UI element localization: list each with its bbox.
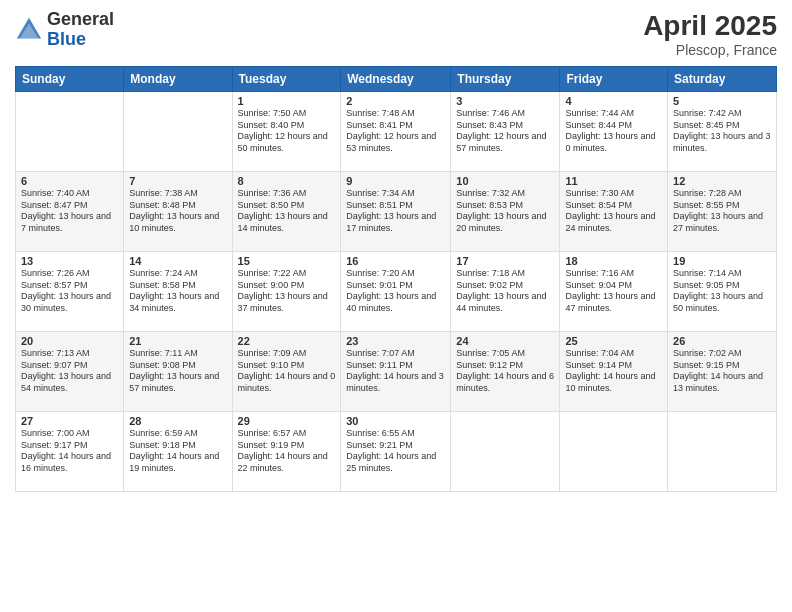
day-info: Sunrise: 7:32 AMSunset: 8:53 PMDaylight:… xyxy=(456,188,554,235)
calendar-cell xyxy=(451,412,560,492)
day-info: Sunrise: 7:22 AMSunset: 9:00 PMDaylight:… xyxy=(238,268,336,315)
day-number: 5 xyxy=(673,95,771,107)
day-number: 21 xyxy=(129,335,226,347)
calendar-cell: 6Sunrise: 7:40 AMSunset: 8:47 PMDaylight… xyxy=(16,172,124,252)
day-info: Sunrise: 6:57 AMSunset: 9:19 PMDaylight:… xyxy=(238,428,336,475)
day-number: 11 xyxy=(565,175,662,187)
calendar-cell: 22Sunrise: 7:09 AMSunset: 9:10 PMDayligh… xyxy=(232,332,341,412)
day-info: Sunrise: 7:34 AMSunset: 8:51 PMDaylight:… xyxy=(346,188,445,235)
calendar-cell: 17Sunrise: 7:18 AMSunset: 9:02 PMDayligh… xyxy=(451,252,560,332)
calendar-week-1: 1Sunrise: 7:50 AMSunset: 8:40 PMDaylight… xyxy=(16,92,777,172)
calendar-week-4: 20Sunrise: 7:13 AMSunset: 9:07 PMDayligh… xyxy=(16,332,777,412)
day-info: Sunrise: 7:05 AMSunset: 9:12 PMDaylight:… xyxy=(456,348,554,395)
day-number: 25 xyxy=(565,335,662,347)
day-number: 24 xyxy=(456,335,554,347)
day-number: 13 xyxy=(21,255,118,267)
calendar-cell: 18Sunrise: 7:16 AMSunset: 9:04 PMDayligh… xyxy=(560,252,668,332)
weekday-header-monday: Monday xyxy=(124,67,232,92)
calendar-cell: 14Sunrise: 7:24 AMSunset: 8:58 PMDayligh… xyxy=(124,252,232,332)
calendar-cell: 21Sunrise: 7:11 AMSunset: 9:08 PMDayligh… xyxy=(124,332,232,412)
calendar-cell: 12Sunrise: 7:28 AMSunset: 8:55 PMDayligh… xyxy=(668,172,777,252)
day-info: Sunrise: 7:38 AMSunset: 8:48 PMDaylight:… xyxy=(129,188,226,235)
day-info: Sunrise: 7:44 AMSunset: 8:44 PMDaylight:… xyxy=(565,108,662,155)
weekday-header-friday: Friday xyxy=(560,67,668,92)
calendar-cell: 30Sunrise: 6:55 AMSunset: 9:21 PMDayligh… xyxy=(341,412,451,492)
day-number: 14 xyxy=(129,255,226,267)
day-number: 15 xyxy=(238,255,336,267)
logo-general-text: General xyxy=(47,9,114,29)
day-info: Sunrise: 7:26 AMSunset: 8:57 PMDaylight:… xyxy=(21,268,118,315)
day-info: Sunrise: 7:20 AMSunset: 9:01 PMDaylight:… xyxy=(346,268,445,315)
calendar-cell xyxy=(124,92,232,172)
calendar-cell: 28Sunrise: 6:59 AMSunset: 9:18 PMDayligh… xyxy=(124,412,232,492)
calendar-title: April 2025 xyxy=(643,10,777,42)
calendar-cell: 1Sunrise: 7:50 AMSunset: 8:40 PMDaylight… xyxy=(232,92,341,172)
day-info: Sunrise: 7:40 AMSunset: 8:47 PMDaylight:… xyxy=(21,188,118,235)
calendar-cell: 26Sunrise: 7:02 AMSunset: 9:15 PMDayligh… xyxy=(668,332,777,412)
day-info: Sunrise: 7:18 AMSunset: 9:02 PMDaylight:… xyxy=(456,268,554,315)
calendar-cell xyxy=(668,412,777,492)
page: General Blue April 2025 Plescop, France … xyxy=(0,0,792,612)
calendar-cell: 10Sunrise: 7:32 AMSunset: 8:53 PMDayligh… xyxy=(451,172,560,252)
calendar-cell: 8Sunrise: 7:36 AMSunset: 8:50 PMDaylight… xyxy=(232,172,341,252)
day-number: 6 xyxy=(21,175,118,187)
calendar-cell: 7Sunrise: 7:38 AMSunset: 8:48 PMDaylight… xyxy=(124,172,232,252)
calendar-cell: 11Sunrise: 7:30 AMSunset: 8:54 PMDayligh… xyxy=(560,172,668,252)
logo-icon xyxy=(15,16,43,44)
day-number: 10 xyxy=(456,175,554,187)
day-number: 4 xyxy=(565,95,662,107)
weekday-header-thursday: Thursday xyxy=(451,67,560,92)
calendar-cell xyxy=(16,92,124,172)
day-number: 26 xyxy=(673,335,771,347)
calendar-cell: 25Sunrise: 7:04 AMSunset: 9:14 PMDayligh… xyxy=(560,332,668,412)
day-info: Sunrise: 7:07 AMSunset: 9:11 PMDaylight:… xyxy=(346,348,445,395)
day-number: 3 xyxy=(456,95,554,107)
day-number: 23 xyxy=(346,335,445,347)
day-info: Sunrise: 7:11 AMSunset: 9:08 PMDaylight:… xyxy=(129,348,226,395)
day-number: 2 xyxy=(346,95,445,107)
weekday-header-tuesday: Tuesday xyxy=(232,67,341,92)
day-info: Sunrise: 7:28 AMSunset: 8:55 PMDaylight:… xyxy=(673,188,771,235)
day-number: 27 xyxy=(21,415,118,427)
day-number: 28 xyxy=(129,415,226,427)
calendar-cell: 5Sunrise: 7:42 AMSunset: 8:45 PMDaylight… xyxy=(668,92,777,172)
calendar-week-3: 13Sunrise: 7:26 AMSunset: 8:57 PMDayligh… xyxy=(16,252,777,332)
day-info: Sunrise: 7:13 AMSunset: 9:07 PMDaylight:… xyxy=(21,348,118,395)
calendar-table: SundayMondayTuesdayWednesdayThursdayFrid… xyxy=(15,66,777,492)
day-number: 18 xyxy=(565,255,662,267)
logo: General Blue xyxy=(15,10,114,50)
day-info: Sunrise: 7:00 AMSunset: 9:17 PMDaylight:… xyxy=(21,428,118,475)
calendar-cell: 16Sunrise: 7:20 AMSunset: 9:01 PMDayligh… xyxy=(341,252,451,332)
calendar-cell: 29Sunrise: 6:57 AMSunset: 9:19 PMDayligh… xyxy=(232,412,341,492)
calendar-week-5: 27Sunrise: 7:00 AMSunset: 9:17 PMDayligh… xyxy=(16,412,777,492)
calendar-week-2: 6Sunrise: 7:40 AMSunset: 8:47 PMDaylight… xyxy=(16,172,777,252)
day-info: Sunrise: 6:59 AMSunset: 9:18 PMDaylight:… xyxy=(129,428,226,475)
logo-blue-text: Blue xyxy=(47,29,86,49)
header: General Blue April 2025 Plescop, France xyxy=(15,10,777,58)
calendar-cell: 4Sunrise: 7:44 AMSunset: 8:44 PMDaylight… xyxy=(560,92,668,172)
day-info: Sunrise: 7:16 AMSunset: 9:04 PMDaylight:… xyxy=(565,268,662,315)
day-info: Sunrise: 7:04 AMSunset: 9:14 PMDaylight:… xyxy=(565,348,662,395)
calendar-cell: 23Sunrise: 7:07 AMSunset: 9:11 PMDayligh… xyxy=(341,332,451,412)
day-info: Sunrise: 7:36 AMSunset: 8:50 PMDaylight:… xyxy=(238,188,336,235)
calendar-cell: 19Sunrise: 7:14 AMSunset: 9:05 PMDayligh… xyxy=(668,252,777,332)
day-number: 29 xyxy=(238,415,336,427)
day-info: Sunrise: 7:24 AMSunset: 8:58 PMDaylight:… xyxy=(129,268,226,315)
calendar-cell: 20Sunrise: 7:13 AMSunset: 9:07 PMDayligh… xyxy=(16,332,124,412)
weekday-header-saturday: Saturday xyxy=(668,67,777,92)
calendar-location: Plescop, France xyxy=(643,42,777,58)
weekday-header-wednesday: Wednesday xyxy=(341,67,451,92)
day-info: Sunrise: 7:46 AMSunset: 8:43 PMDaylight:… xyxy=(456,108,554,155)
day-number: 19 xyxy=(673,255,771,267)
day-number: 20 xyxy=(21,335,118,347)
day-info: Sunrise: 7:02 AMSunset: 9:15 PMDaylight:… xyxy=(673,348,771,395)
day-number: 7 xyxy=(129,175,226,187)
day-number: 30 xyxy=(346,415,445,427)
day-number: 16 xyxy=(346,255,445,267)
weekday-header-row: SundayMondayTuesdayWednesdayThursdayFrid… xyxy=(16,67,777,92)
weekday-header-sunday: Sunday xyxy=(16,67,124,92)
calendar-cell: 9Sunrise: 7:34 AMSunset: 8:51 PMDaylight… xyxy=(341,172,451,252)
day-info: Sunrise: 7:48 AMSunset: 8:41 PMDaylight:… xyxy=(346,108,445,155)
day-info: Sunrise: 7:42 AMSunset: 8:45 PMDaylight:… xyxy=(673,108,771,155)
day-number: 12 xyxy=(673,175,771,187)
